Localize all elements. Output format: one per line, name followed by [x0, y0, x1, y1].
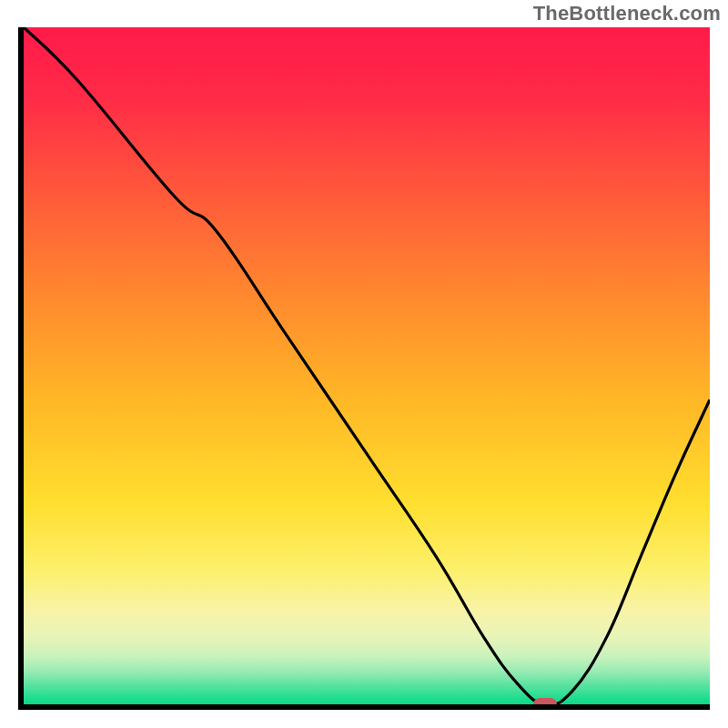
bottleneck-curve	[24, 27, 710, 704]
watermark-text: TheBottleneck.com	[533, 2, 721, 25]
chart-container: TheBottleneck.com	[0, 0, 728, 728]
plot-area	[18, 27, 710, 710]
curve-path	[24, 27, 710, 704]
optimal-marker	[533, 698, 557, 710]
